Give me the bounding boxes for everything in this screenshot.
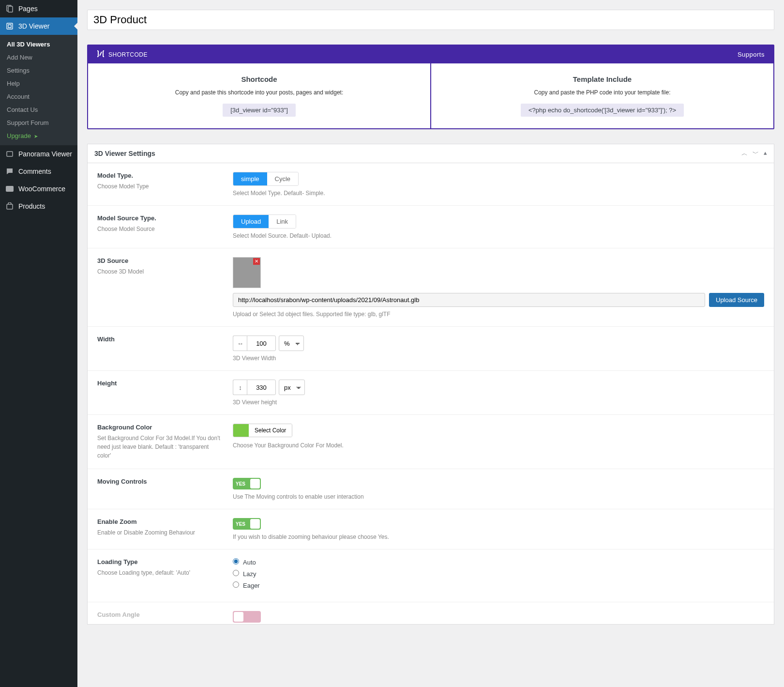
post-title-input[interactable] — [87, 10, 774, 30]
submenu-all-viewers[interactable]: All 3D Viewers — [0, 38, 77, 51]
help-source-type: Select Model Source. Default- Upload. — [233, 232, 764, 239]
menu-item-products[interactable]: Products — [0, 198, 77, 215]
menu-label: Products — [18, 202, 45, 210]
chevron-up-icon[interactable]: ︿ — [741, 149, 748, 158]
menu-item-panorama[interactable]: Panorama Viewer — [0, 145, 77, 163]
submenu-contact-us[interactable]: Contact Us — [0, 103, 77, 116]
products-icon — [5, 201, 15, 211]
submenu-3d-viewer: All 3D Viewers Add New Settings Help Acc… — [0, 35, 77, 145]
template-code[interactable]: <?php echo do_shortcode('[3d_viewer id="… — [521, 104, 684, 117]
field-bg-color: Background Color Set Background Color Fo… — [88, 415, 774, 469]
template-title: Template Include — [441, 75, 764, 83]
submenu-account[interactable]: Account — [0, 90, 77, 103]
panel-header: 3D Viewer Settings ︿ ﹀ ▴ — [88, 144, 774, 163]
supports-link[interactable]: Supports — [738, 51, 765, 58]
moving-controls-switch[interactable]: YES — [233, 478, 261, 489]
desc-zoom: Enable or Disable Zooming Behaviour — [97, 529, 195, 536]
height-unit-select[interactable]: px — [279, 380, 305, 395]
field-model-source-type: Model Source Type. Choose Model Source U… — [88, 206, 774, 248]
desc-bg-color: Set Background Color For 3d Model.If You… — [97, 435, 220, 459]
field-moving-controls: Moving Controls YES Use The Moving contr… — [88, 469, 774, 509]
select-color-button[interactable]: Select Color — [249, 424, 292, 437]
comments-icon — [5, 167, 15, 176]
chevron-down-icon[interactable]: ﹀ — [753, 149, 759, 158]
source-type-upload[interactable]: Upload — [233, 215, 269, 228]
model-preview-thumb[interactable]: ✕ — [233, 257, 261, 288]
menu-label: Pages — [18, 5, 38, 13]
desc-3d-source: Choose 3D Model — [97, 268, 144, 275]
field-model-type: Model Type. Choose Model Type simple Cyc… — [88, 163, 774, 206]
width-input[interactable] — [247, 336, 276, 351]
remove-model-icon[interactable]: ✕ — [253, 258, 260, 265]
label-source-type: Model Source Type. — [97, 214, 223, 222]
arrow-right-icon: ➤ — [34, 134, 38, 139]
label-zoom: Enable Zoom — [97, 518, 223, 525]
menu-label: Panorama Viewer — [18, 150, 72, 158]
menu-item-woocommerce[interactable]: WooCommerce — [0, 180, 77, 198]
admin-sidebar: Pages 3D Viewer All 3D Viewers Add New S… — [0, 0, 77, 687]
shortcode-code[interactable]: [3d_viewer id="933"] — [223, 104, 296, 117]
label-3d-source: 3D Source — [97, 257, 223, 264]
radio-auto[interactable]: Auto — [233, 558, 764, 566]
menu-label: WooCommerce — [18, 185, 65, 193]
label-bg-color: Background Color — [97, 424, 223, 431]
cube-icon — [5, 21, 15, 31]
label-custom-angle: Custom Angle — [97, 611, 223, 618]
svg-rect-3 — [7, 152, 13, 156]
field-height: Height ↕ px 3D Viewer height — [88, 371, 774, 415]
label-loading: Loading Type — [97, 558, 223, 565]
menu-item-pages[interactable]: Pages — [0, 0, 77, 17]
help-moving: Use The Moving controls to enable user i… — [233, 493, 764, 500]
panorama-icon — [5, 149, 15, 159]
height-icon: ↕ — [233, 380, 247, 395]
shortcode-column: Shortcode Copy and paste this shortcode … — [88, 63, 431, 128]
height-input[interactable] — [247, 380, 276, 395]
width-unit-select[interactable]: % — [279, 336, 304, 351]
label-model-type: Model Type. — [97, 172, 223, 179]
code-icon — [97, 50, 105, 59]
model-type-simple[interactable]: simple — [233, 172, 267, 185]
switch-knob — [250, 479, 260, 489]
menu-label: 3D Viewer — [18, 22, 49, 30]
custom-angle-switch[interactable] — [233, 611, 261, 623]
panel-title: 3D Viewer Settings — [94, 150, 155, 157]
help-model-type: Select Model Type. Default- Simple. — [233, 190, 764, 197]
label-moving: Moving Controls — [97, 478, 223, 485]
shortcode-desc: Copy and paste this shortcode into your … — [98, 89, 421, 96]
submenu-upgrade[interactable]: Upgrade➤ — [0, 129, 77, 142]
field-enable-zoom: Enable Zoom Enable or Disable Zooming Be… — [88, 509, 774, 550]
width-icon: ↔ — [233, 336, 247, 351]
template-desc: Copy and paste the PHP code into your te… — [441, 89, 764, 96]
source-url-input[interactable] — [233, 293, 705, 307]
submenu-support-forum[interactable]: Support Forum — [0, 116, 77, 129]
color-picker[interactable]: Select Color — [233, 424, 292, 437]
submenu-help[interactable]: Help — [0, 77, 77, 90]
switch-knob — [234, 612, 243, 622]
source-type-link[interactable]: Link — [269, 215, 296, 228]
woocommerce-icon — [5, 184, 15, 194]
triangle-up-icon[interactable]: ▴ — [764, 149, 767, 158]
loading-type-radios: Auto Lazy Eager — [233, 558, 764, 589]
enable-zoom-switch[interactable]: YES — [233, 518, 261, 530]
pages-icon — [5, 4, 15, 14]
label-width: Width — [97, 336, 223, 343]
menu-item-3d-viewer[interactable]: 3D Viewer — [0, 17, 77, 35]
submenu-settings[interactable]: Settings — [0, 64, 77, 77]
submenu-add-new[interactable]: Add New — [0, 51, 77, 64]
model-type-cycle[interactable]: Cycle — [267, 172, 299, 185]
svg-rect-1 — [8, 6, 13, 12]
shortcode-header-label: SHORTCODE — [108, 51, 148, 58]
radio-lazy[interactable]: Lazy — [233, 570, 764, 578]
help-3d-source: Upload or Select 3d object files. Suppor… — [233, 311, 764, 318]
desc-model-type: Choose Model Type — [97, 183, 149, 190]
help-bg-color: Choose Your Background Color For Model. — [233, 442, 764, 449]
svg-rect-5 — [7, 204, 13, 209]
upload-source-button[interactable]: Upload Source — [709, 293, 764, 307]
field-width: Width ↔ % 3D Viewer Width — [88, 327, 774, 371]
menu-item-comments[interactable]: Comments — [0, 163, 77, 180]
shortcode-panel: SHORTCODE Supports Shortcode Copy and pa… — [87, 45, 774, 129]
svg-rect-2 — [7, 23, 13, 29]
radio-eager[interactable]: Eager — [233, 581, 764, 589]
help-width: 3D Viewer Width — [233, 355, 764, 362]
label-height: Height — [97, 380, 223, 387]
